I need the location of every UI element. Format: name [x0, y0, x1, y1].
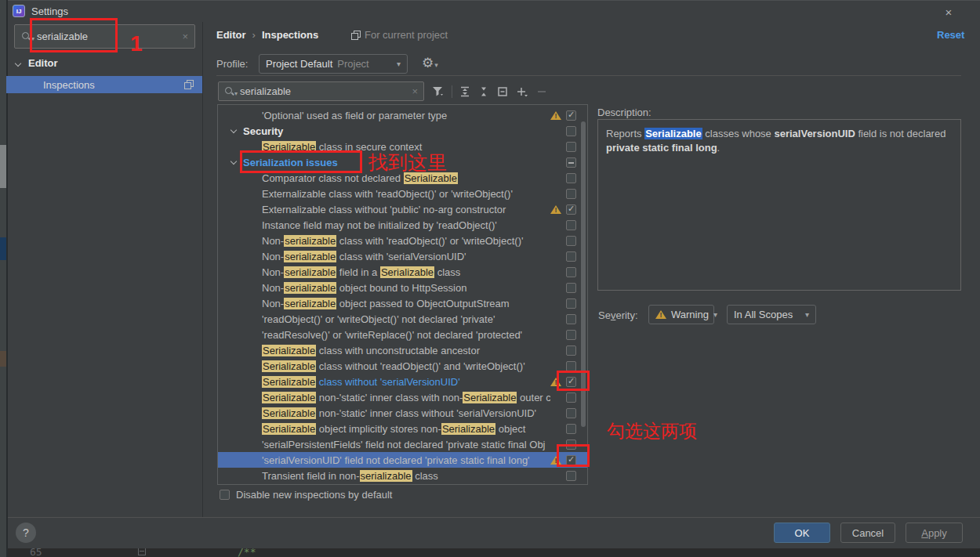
chevron-down-icon: ▾ — [805, 310, 809, 319]
chevron-down-icon[interactable] — [230, 126, 237, 132]
inspection-label: 'serialVersionUID' field not declared 'p… — [262, 454, 550, 466]
severity-label: Severity: — [598, 309, 638, 321]
inspection-checkbox[interactable] — [566, 189, 576, 199]
window-title: Settings — [31, 5, 68, 17]
inspection-checkbox[interactable] — [566, 424, 576, 434]
tree-row[interactable]: 'serialVersionUID' field not declared 'p… — [218, 452, 587, 468]
tree-row[interactable]: Externalizable class without 'public' no… — [218, 201, 587, 217]
tree-row[interactable]: 'readResolve()' or 'writeReplace()' not … — [218, 327, 587, 342]
sidebar-item-inspections[interactable]: Inspections — [6, 76, 202, 93]
tree-row[interactable]: Serializable class without 'serialVersio… — [218, 374, 587, 389]
inspection-label: Security — [243, 125, 550, 137]
inspection-checkbox[interactable] — [566, 314, 576, 324]
inspection-checkbox[interactable] — [566, 173, 576, 183]
background-block — [0, 145, 6, 188]
tree-row[interactable]: Serializable class without 'readObject()… — [218, 358, 587, 374]
warning-icon-slot — [550, 142, 561, 152]
chevron-down-icon[interactable] — [230, 157, 237, 164]
disable-new-inspections-checkbox[interactable] — [220, 490, 230, 500]
collapse-all-icon[interactable] — [477, 85, 490, 98]
for-current-project-badge: For current project — [351, 29, 448, 41]
chevron-down-icon: ▾ — [713, 310, 717, 319]
inspection-checkbox[interactable] — [566, 283, 576, 293]
inspection-checkbox[interactable] — [566, 204, 576, 215]
inspection-checkbox[interactable] — [566, 267, 576, 277]
profile-dropdown[interactable]: Project Default Project ▾ — [259, 54, 408, 74]
help-button[interactable]: ? — [16, 523, 36, 543]
inspection-checkbox[interactable] — [566, 298, 576, 309]
inspection-label: Serializable non-'static' inner class wi… — [262, 392, 550, 403]
inspection-checkbox[interactable] — [566, 361, 576, 371]
warning-icon-slot — [550, 251, 561, 262]
sidebar-item-editor[interactable]: Editor — [16, 57, 58, 69]
chevron-down-icon: ▾ — [397, 60, 401, 68]
tree-row[interactable]: Non-serializable object bound to HttpSes… — [218, 280, 587, 295]
tree-row[interactable]: Serializable non-'static' inner class wi… — [218, 405, 587, 421]
inspection-checkbox[interactable] — [566, 157, 576, 168]
add-inspection-icon[interactable] — [515, 85, 529, 98]
tree-row[interactable]: Serializable class with unconstructable … — [218, 342, 587, 358]
inspection-checkbox[interactable] — [566, 330, 576, 340]
inspection-checkbox[interactable] — [566, 142, 576, 152]
cancel-button[interactable]: Cancel — [840, 523, 895, 543]
profile-suffix: Project — [337, 58, 368, 70]
inspection-checkbox[interactable] — [566, 220, 576, 230]
inspection-checkbox[interactable] — [566, 126, 576, 136]
inspection-checkbox[interactable] — [566, 236, 576, 246]
ok-button[interactable]: OK — [774, 523, 830, 543]
inspection-checkbox[interactable] — [566, 392, 576, 403]
breadcrumb-inspections: Inspections — [262, 29, 318, 41]
warning-icon-slot — [550, 157, 561, 168]
code-fold-icon[interactable] — [138, 548, 146, 555]
profile-label: Profile: — [216, 58, 248, 70]
breadcrumb-editor[interactable]: Editor — [216, 29, 246, 41]
description-segment: Serializable — [644, 128, 702, 139]
warning-icon-slot — [550, 392, 561, 403]
expand-all-icon[interactable] — [459, 85, 471, 98]
tree-row[interactable]: Non-serializable object passed to Object… — [218, 295, 587, 311]
tree-row[interactable]: Transient field in non-serializable clas… — [218, 468, 587, 483]
inspection-checkbox[interactable] — [566, 251, 576, 262]
inspection-checkbox[interactable] — [566, 345, 576, 356]
profile-actions-button[interactable]: ⚙ ▾ — [422, 55, 438, 71]
tree-row[interactable]: Non-serializable class with 'serialVersi… — [218, 248, 587, 264]
warning-icon-slot — [550, 298, 561, 309]
tree-row[interactable]: 'Optional' used as field or parameter ty… — [218, 107, 587, 123]
inspection-label: 'serialPersistentFields' field not decla… — [262, 439, 550, 450]
tree-row[interactable]: 'serialPersistentFields' field not decla… — [218, 436, 587, 452]
tree-row[interactable]: Non-serializable class with 'readObject(… — [218, 233, 587, 248]
disable-new-inspections-row: Disable new inspections by default — [220, 489, 392, 501]
inspection-label: Externalizable class without 'public' no… — [262, 204, 550, 215]
inspection-checkbox[interactable] — [566, 408, 576, 418]
severity-value: Warning — [671, 309, 709, 320]
severity-dropdown[interactable]: Warning ▾ — [648, 305, 714, 324]
reset-link[interactable]: Reset — [937, 29, 964, 41]
tree-row[interactable]: Security — [218, 123, 587, 139]
tree-row[interactable]: Serializable non-'static' inner class wi… — [218, 389, 587, 405]
breadcrumb: Editor › Inspections — [216, 29, 318, 41]
warning-icon-slot — [550, 220, 561, 230]
gear-icon: ⚙ — [422, 55, 434, 71]
inspection-label: 'Optional' used as field or parameter ty… — [262, 110, 550, 121]
inspection-checkbox[interactable] — [566, 110, 576, 121]
collapse-node-icon[interactable] — [496, 85, 509, 98]
inspection-label: Non-serializable class with 'serialVersi… — [262, 251, 550, 262]
chevron-down-icon: ▾ — [434, 61, 438, 69]
apply-button[interactable]: Apply — [906, 523, 963, 543]
toolbar-divider — [452, 85, 452, 98]
remove-inspection-icon[interactable] — [535, 85, 548, 98]
clear-search-icon[interactable]: × — [182, 31, 188, 42]
filter-icon[interactable] — [431, 85, 445, 98]
clear-search-icon[interactable]: × — [412, 85, 418, 97]
inspection-label: Non-serializable object passed to Object… — [262, 298, 550, 309]
scope-dropdown[interactable]: In All Scopes ▾ — [727, 305, 816, 324]
inspection-search-input[interactable]: ▾ serializable × — [218, 81, 424, 101]
warning-icon-slot — [550, 126, 561, 136]
tree-row[interactable]: Non-serializable field in a Serializable… — [218, 264, 587, 280]
close-icon[interactable]: × — [941, 4, 956, 20]
tree-row[interactable]: Instance field may not be initialized by… — [218, 217, 587, 233]
tree-row[interactable]: Externalizable class with 'readObject()'… — [218, 186, 587, 201]
inspection-checkbox[interactable] — [566, 471, 576, 481]
tree-row[interactable]: 'readObject()' or 'writeObject()' not de… — [218, 311, 587, 327]
tree-row[interactable]: Serializable object implicitly stores no… — [218, 421, 587, 436]
